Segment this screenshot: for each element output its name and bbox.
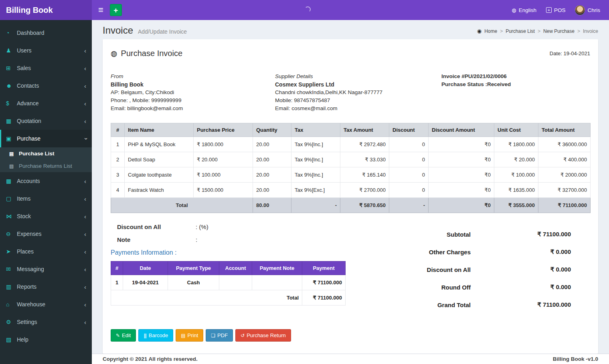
items-cell: 4 (111, 183, 125, 198)
items-row: 3Colgate toothpaste₹ 100.00020.00Tax 9%[… (111, 167, 591, 183)
sidebar-item-label: Help (17, 336, 28, 343)
sidebar-toggle[interactable]: ≡ (92, 0, 110, 20)
items-header-unit-cost: Unit Cost (494, 123, 538, 137)
page-heading: Invoice Add/Update Invoice (103, 25, 187, 36)
purchase-return-button[interactable]: ↺Purchase Return (235, 329, 291, 342)
chevron-left-icon: ‹ (84, 178, 86, 185)
sidebar-item-items[interactable]: ▢Items‹ (0, 190, 92, 207)
button-label: Edit (122, 332, 131, 338)
sidebar-item-settings[interactable]: ⚙Settings‹ (0, 313, 92, 331)
items-cell: Tax 9%[Inc.] (291, 137, 340, 152)
sidebar-item-help[interactable]: ▧Help (0, 331, 92, 348)
breadcrumb-item-home[interactable]: Home (484, 28, 497, 34)
print-button[interactable]: ▤Print (176, 329, 203, 342)
sidebar-item-purchase[interactable]: ▣Purchase‹ (0, 130, 92, 147)
pdf-button[interactable]: ❏PDF (206, 329, 233, 342)
invoice-number: Invoice #PU/2021/02/0006 (441, 72, 590, 80)
from-email: Email: billingbook@email.com (111, 105, 275, 113)
items-cell: Tax 9%[Inc.] (291, 152, 340, 167)
chevron-left-icon: ‹ (84, 213, 86, 220)
items-total-row: Total80.00-₹ 5870.650-₹0₹ 3555.000₹ 7110… (111, 198, 591, 213)
sidebar-item-expenses[interactable]: ⊖Expenses‹ (0, 225, 92, 243)
items-icon: ▢ (6, 195, 17, 202)
from-title: From (111, 72, 275, 80)
from-phone: Phone: , Mobile: 9999999999 (111, 97, 275, 105)
barcode-icon: ||| (144, 333, 146, 338)
items-cell: 20.00 (253, 167, 291, 183)
pos-button[interactable]: + POS (546, 7, 566, 13)
items-cell: 0 (389, 183, 429, 198)
app-logo[interactable]: Billing Book (0, 0, 92, 20)
items-header-purchase-price: Purchase Price (194, 123, 253, 137)
sidebar-item-dashboard[interactable]: ◔Dashboard (0, 24, 92, 42)
sidebar-item-advance[interactable]: $Advance‹ (0, 95, 92, 112)
edit-button[interactable]: ✎Edit (111, 329, 136, 342)
summary-row-round-off: Round Off₹ 0.000 (406, 284, 571, 291)
items-cell: ₹ 33.030 (340, 152, 389, 167)
version-text: Billing Book -v1.0 (553, 356, 598, 362)
sidebar-item-reports[interactable]: ▥Reports‹ (0, 278, 92, 296)
chevron-left-icon: ‹ (84, 284, 86, 290)
button-label: Print (188, 332, 198, 338)
sidebar-item-purchase-list[interactable]: ▤Purchase List (0, 147, 92, 160)
breadcrumb-item-purchase-list[interactable]: Purchase List (506, 28, 535, 34)
summary-value: ₹ 0.000 (471, 284, 571, 291)
items-row: 1PHP & MySQL Book₹ 1800.00020.00Tax 9%[I… (111, 137, 591, 152)
sidebar-item-label: Sales (17, 65, 31, 71)
sidebar-item-purchase-returns-list[interactable]: ▤Purchase Returns List (0, 160, 92, 172)
sidebar-item-stock[interactable]: ⋈Stock‹ (0, 207, 92, 225)
user-menu[interactable]: Chris (575, 5, 600, 15)
below-left: Discount on All : (%) Note : Payments In… (111, 223, 350, 319)
summary-row-discount-on-all: Discount on All₹ 0.000 (406, 266, 571, 273)
payments-cell: 19-04-2021 (123, 275, 168, 290)
sidebar-item-label: Expenses (17, 231, 41, 237)
user-avatar (575, 5, 585, 15)
discount-on-all-row: Discount on All : (%) (117, 223, 350, 230)
warehouse-icon: ⌂ (6, 301, 17, 308)
sidebar-item-users[interactable]: ♟Users‹ (0, 42, 92, 59)
payments-header-payment: Payment (302, 261, 346, 275)
items-cell: ₹ 100.000 (194, 167, 253, 183)
sidebar-item-label: Dashboard (17, 30, 45, 36)
bar-chart-icon: ▥ (6, 284, 17, 290)
sidebar-item-sales[interactable]: ⊞Sales‹ (0, 59, 92, 77)
items-header-discount: Discount (389, 123, 429, 137)
summary-label: Other Charges (406, 249, 471, 255)
sidebar-item-messaging[interactable]: ✉Messaging‹ (0, 260, 92, 278)
items-cell: ₹ 36000.000 (538, 137, 591, 152)
note-value: : (196, 236, 197, 243)
invoice-meta-block: Invoice #PU/2021/02/0006 Purchase Status… (441, 72, 590, 113)
barcode-button[interactable]: |||Barcode (138, 329, 173, 342)
supplier-block: Supplier Details Cosmex Suppliers Ltd Ch… (275, 72, 441, 113)
payments-row: 119-04-2021Cash₹ 71100.000 (111, 275, 346, 290)
items-cell: ₹ 165.140 (340, 167, 389, 183)
sidebar-item-places[interactable]: ➤Places‹ (0, 243, 92, 260)
items-cell: ₹ 2000.000 (538, 167, 591, 183)
items-cell: Tax 9%[Exc.] (291, 183, 340, 198)
chevron-left-icon: ‹ (84, 248, 86, 255)
envelope-icon: ✉ (6, 266, 17, 272)
sidebar-item-warehouse[interactable]: ⌂Warehouse‹ (0, 296, 92, 313)
items-cell: 2 (111, 152, 125, 167)
items-cell: 20.00 (253, 152, 291, 167)
sidebar-item-label: Stock (17, 213, 31, 219)
chevron-left-icon: ‹ (84, 82, 86, 89)
add-new-button[interactable]: + (110, 4, 122, 16)
items-total-cell: ₹ 3555.000 (494, 198, 538, 213)
list-icon: ▤ (9, 151, 19, 157)
sidebar-item-accounts[interactable]: ▩Accounts‹ (0, 172, 92, 190)
items-cell: ₹ 2700.000 (340, 183, 389, 198)
language-selector[interactable]: ◍ English (512, 7, 536, 13)
summary-row-other-charges: Other Charges₹ 0.000 (406, 248, 571, 255)
sidebar-item-label: Advance (17, 100, 38, 107)
breadcrumb: ◉Home>Purchase List>New Purchase>Invoice (477, 28, 598, 36)
items-header-num: # (111, 123, 125, 137)
breadcrumb-item-new-purchase[interactable]: New Purchase (543, 28, 575, 34)
button-label: PDF (217, 332, 228, 338)
sidebar-item-contacts[interactable]: ☻Contacts‹ (0, 77, 92, 95)
user-plus-icon: ♟ (6, 47, 17, 54)
discount-on-all-label: Discount on All (117, 223, 196, 230)
sidebar-item-quotation[interactable]: ▦Quotation‹ (0, 112, 92, 130)
user-name: Chris (587, 7, 600, 13)
sidebar-item-label: Purchase Returns List (19, 163, 72, 169)
